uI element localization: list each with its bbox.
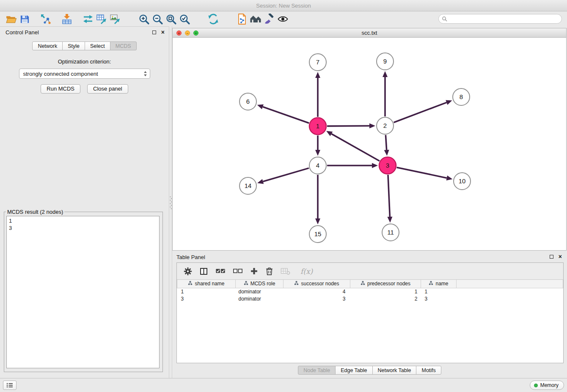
table-cell[interactable]: dominator	[236, 295, 284, 303]
column-header-mcds-role[interactable]: MCDS role	[236, 280, 284, 288]
graph-node-1[interactable]: 1	[309, 118, 326, 135]
home-icon[interactable]	[249, 12, 262, 26]
table-row[interactable]: 1dominator411	[177, 288, 563, 295]
selected-option: strongly connected component	[23, 71, 143, 77]
show-columns-icon[interactable]	[199, 267, 208, 276]
task-history-button[interactable]	[3, 381, 17, 390]
column-header-predecessor-nodes[interactable]: predecessor nodes	[350, 280, 421, 288]
tab-motifs[interactable]: Motifs	[416, 366, 441, 375]
graph-node-11[interactable]: 11	[382, 224, 399, 241]
network-window-title: scc.txt	[362, 30, 377, 36]
table-row[interactable]: 3dominator323	[177, 295, 563, 303]
table-cell[interactable]: 1	[177, 288, 236, 295]
tab-edge-table[interactable]: Edge Table	[335, 366, 372, 375]
graph-node-15[interactable]: 15	[309, 226, 326, 243]
graph-edge-2-8[interactable]	[394, 102, 447, 122]
graph-edge-4-14[interactable]	[263, 168, 309, 182]
network-window-titlebar[interactable]: × − + scc.txt	[173, 28, 566, 38]
graph-edge-arrowhead	[315, 218, 320, 224]
style-icon[interactable]	[262, 12, 276, 26]
table-settings-gear-icon[interactable]	[184, 267, 192, 276]
export-table-icon[interactable]	[95, 12, 108, 26]
memory-button[interactable]: Memory	[530, 381, 564, 390]
search-input[interactable]	[447, 15, 561, 23]
create-column-plus-icon[interactable]	[250, 267, 258, 275]
tab-network-table[interactable]: Network Table	[372, 366, 417, 375]
graph-node-10[interactable]: 10	[454, 173, 471, 190]
tab-mcds[interactable]: MCDS	[110, 41, 137, 50]
deselect-all-rows-icon[interactable]	[233, 268, 243, 275]
graph-node-4[interactable]: 4	[309, 157, 326, 174]
table-cell[interactable]: 1	[350, 288, 421, 295]
column-header-successor-nodes[interactable]: successor nodes	[284, 280, 350, 288]
delete-column-trash-icon[interactable]	[265, 267, 273, 276]
tab-style[interactable]: Style	[62, 41, 85, 50]
column-sort-icon	[429, 281, 433, 287]
eye-icon[interactable]	[276, 12, 289, 26]
export-network-icon[interactable]	[81, 12, 95, 26]
graph-node-8[interactable]: 8	[453, 88, 470, 105]
graph-edge-arrowhead	[315, 150, 320, 156]
optimization-criterion-select[interactable]: strongly connected component	[19, 69, 150, 79]
float-table-panel-icon[interactable]	[550, 255, 553, 259]
select-all-rows-icon[interactable]	[215, 268, 226, 275]
float-panel-icon[interactable]	[152, 30, 156, 34]
graph-node-2[interactable]: 2	[377, 117, 394, 134]
import-network-icon[interactable]	[39, 12, 52, 26]
table-cell[interactable]: 3	[421, 295, 457, 303]
export-image-icon[interactable]	[108, 12, 122, 26]
column-header-shared-name[interactable]: shared name	[177, 280, 236, 288]
network-canvas[interactable]: 7968124314101511	[173, 38, 566, 250]
tab-node-table[interactable]: Node Table	[298, 366, 336, 375]
zoom-out-icon[interactable]	[151, 12, 164, 26]
status-bar: Memory	[0, 378, 567, 392]
graph-node-6[interactable]: 6	[239, 93, 256, 110]
close-panel-button[interactable]: Close panel	[87, 84, 128, 94]
svg-text:14: 14	[245, 182, 252, 189]
mcds-result-item[interactable]: 1	[9, 217, 157, 224]
network-from-clipboard-icon[interactable]	[235, 12, 249, 26]
table-cell[interactable]: 3	[177, 295, 236, 303]
table-cell[interactable]: 2	[350, 295, 421, 303]
table-cell[interactable]: 4	[284, 288, 350, 295]
function-builder-fx-disabled: f(x)	[300, 267, 313, 276]
close-panel-icon[interactable]: ×	[161, 28, 165, 36]
window-minimize-icon[interactable]: −	[185, 30, 190, 36]
run-mcds-button[interactable]: Run MCDS	[41, 84, 80, 94]
graph-node-7[interactable]: 7	[309, 54, 326, 71]
graph-edge-arrowhead	[383, 71, 388, 77]
import-table-icon[interactable]	[60, 12, 74, 26]
zoom-selected-icon[interactable]	[178, 12, 191, 26]
graph-edge-arrowhead	[372, 163, 378, 168]
graph-edge-3-10[interactable]	[397, 168, 447, 178]
mcds-result-list[interactable]: 13	[6, 216, 160, 368]
window-zoom-icon[interactable]: +	[193, 30, 198, 36]
graph-edge-3-11[interactable]	[388, 175, 390, 217]
graph-node-3[interactable]: 3	[379, 157, 396, 174]
control-panel-title: Control Panel	[6, 29, 39, 36]
zoom-in-icon[interactable]	[137, 12, 151, 26]
graph-edge-2-3[interactable]	[385, 135, 386, 150]
table-cell[interactable]: 3	[284, 295, 350, 303]
control-panel-tabs: Network Style Select MCDS	[0, 41, 169, 50]
table-cell[interactable]: dominator	[236, 288, 284, 295]
graph-node-9[interactable]: 9	[377, 53, 394, 70]
mcds-result-item[interactable]: 3	[9, 224, 157, 232]
graph-edge-3-1[interactable]	[331, 134, 380, 161]
zoom-fit-icon[interactable]	[164, 12, 178, 26]
refresh-icon[interactable]	[206, 12, 220, 26]
graph-edge-1-2[interactable]	[327, 126, 369, 126]
window-close-icon[interactable]: ×	[176, 30, 182, 36]
vertical-splitter[interactable]	[169, 26, 172, 378]
save-session-icon[interactable]	[18, 12, 31, 26]
column-header-name[interactable]: name	[421, 280, 457, 288]
global-search	[438, 14, 562, 24]
graph-edge-arrowhead	[315, 72, 320, 78]
open-session-icon[interactable]	[4, 12, 18, 26]
table-cell[interactable]: 1	[421, 288, 457, 295]
tab-select[interactable]: Select	[85, 41, 110, 50]
close-table-panel-icon[interactable]: ×	[559, 253, 562, 260]
graph-edge-1-6[interactable]	[263, 107, 309, 123]
graph-node-14[interactable]: 14	[239, 177, 256, 194]
tab-network[interactable]: Network	[32, 41, 63, 50]
